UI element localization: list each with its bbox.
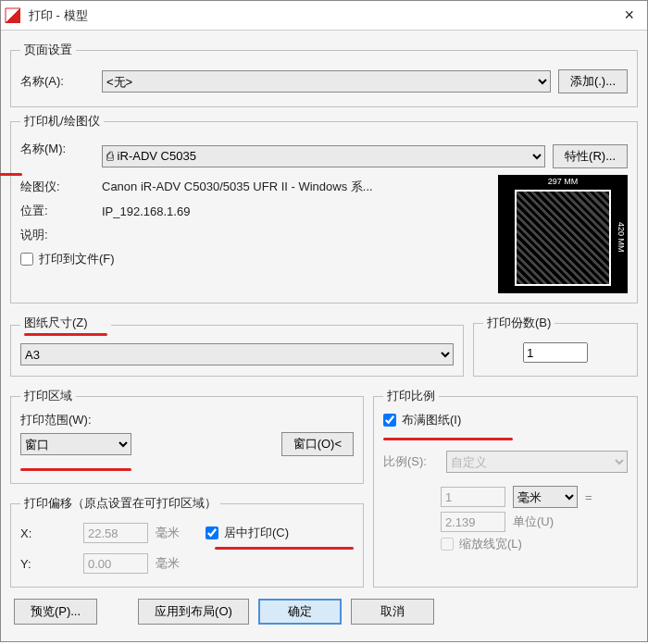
page-setup-group: 页面设置 名称(A): <无> 添加(.)... xyxy=(10,42,638,107)
scale-unit1[interactable]: 毫米 xyxy=(513,486,578,508)
fit-to-paper-check[interactable]: 布满图纸(I) xyxy=(383,412,461,428)
desc-label: 说明: xyxy=(20,227,94,243)
y-input[interactable] xyxy=(83,553,148,574)
pagesetup-add-button[interactable]: 添加(.)... xyxy=(558,69,628,93)
printer-name-label: 名称(M): xyxy=(20,141,94,171)
x-label: X: xyxy=(20,526,76,540)
copies-group: 打印份数(B) xyxy=(473,315,638,377)
y-label: Y: xyxy=(20,557,76,571)
equals-mark: = xyxy=(585,490,592,504)
plot-offset-group: 打印偏移（原点设置在可打印区域） X: 毫米 居中打印(C) Y: xyxy=(10,495,364,588)
titlebar: 打印 - 模型 × xyxy=(1,1,647,31)
window-title: 打印 - 模型 xyxy=(29,7,617,24)
location-label: 位置: xyxy=(20,203,94,219)
app-logo-icon xyxy=(5,7,21,24)
plotter-value: Canon iR-ADV C5030/5035 UFR II - Windows… xyxy=(102,179,373,195)
preview-height-label: 420 MM xyxy=(617,222,626,253)
printer-legend: 打印机/绘图仪 xyxy=(20,113,104,130)
plotter-label: 绘图仪: xyxy=(20,179,94,195)
plot-area-group: 打印区域 打印范围(W): 窗口 窗口(O)< xyxy=(10,388,364,484)
x-input[interactable] xyxy=(83,523,148,543)
paper-preview: 297 MM 420 MM xyxy=(498,175,628,293)
preview-width-label: 297 MM xyxy=(498,177,628,186)
close-icon[interactable]: × xyxy=(617,4,642,27)
plot-area-legend: 打印区域 xyxy=(20,388,76,404)
plot-scale-legend: 打印比例 xyxy=(383,388,439,404)
preview-button[interactable]: 预览(P)... xyxy=(14,599,97,625)
scale-unit2: 单位(U) xyxy=(513,514,554,530)
scale-lineweight-check: 缩放线宽(L) xyxy=(441,536,522,552)
paper-size-combo[interactable]: A3 xyxy=(20,343,454,365)
center-plot-check[interactable]: 居中打印(C) xyxy=(206,525,289,541)
x-unit: 毫米 xyxy=(156,525,180,541)
footer: 预览(P)... 应用到布局(O) 确定 取消 xyxy=(10,593,638,634)
copies-legend: 打印份数(B) xyxy=(483,315,555,331)
pagesetup-name-combo[interactable]: <无> xyxy=(102,70,551,93)
paper-size-group: 图纸尺寸(Z) A3 xyxy=(10,315,464,377)
scale-lineweight-checkbox xyxy=(441,538,454,551)
y-unit: 毫米 xyxy=(156,555,180,572)
ok-button[interactable]: 确定 xyxy=(258,599,342,625)
printer-props-button[interactable]: 特性(R)... xyxy=(553,144,628,168)
plot-scale-group: 打印比例 布满图纸(I) 比例(S): 自定义 毫米 = xyxy=(373,388,638,588)
cancel-button[interactable]: 取消 xyxy=(351,599,434,625)
apply-layout-button[interactable]: 应用到布局(O) xyxy=(138,599,249,625)
window-pick-button[interactable]: 窗口(O)< xyxy=(281,432,354,456)
plot-to-file-checkbox[interactable] xyxy=(20,253,33,266)
paper-size-legend: 图纸尺寸(Z) xyxy=(20,315,111,336)
plot-range-combo[interactable]: 窗口 xyxy=(20,433,131,455)
copies-input[interactable] xyxy=(523,342,588,363)
location-value: IP_192.168.1.69 xyxy=(102,204,190,218)
scale-num1 xyxy=(441,487,505,507)
plot-to-file-check[interactable]: 打印到文件(F) xyxy=(20,251,115,267)
print-dialog: 打印 - 模型 × 页面设置 名称(A): <无> 添加(.)... 打印机/绘… xyxy=(0,0,648,642)
plot-offset-legend: 打印偏移（原点设置在可打印区域） xyxy=(20,495,220,512)
plot-range-label: 打印范围(W): xyxy=(20,412,354,428)
fit-to-paper-checkbox[interactable] xyxy=(383,414,396,427)
scale-num2 xyxy=(441,512,505,532)
printer-group: 打印机/绘图仪 名称(M): ⎙ iR-ADV C5035 特性(R)... xyxy=(10,113,638,303)
page-setup-legend: 页面设置 xyxy=(20,42,76,58)
pagesetup-name-label: 名称(A): xyxy=(20,73,94,90)
ratio-label: 比例(S): xyxy=(383,453,439,470)
printer-name-combo[interactable]: ⎙ iR-ADV C5035 xyxy=(102,145,545,167)
center-plot-checkbox[interactable] xyxy=(206,526,218,539)
ratio-combo: 自定义 xyxy=(446,451,628,473)
